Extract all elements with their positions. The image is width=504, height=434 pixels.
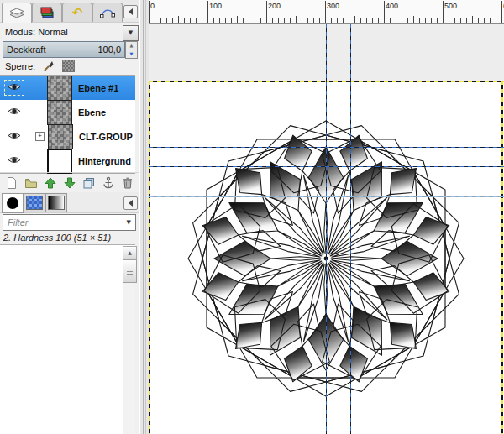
layer-thumbnail [47,76,72,101]
folder-icon [24,176,38,190]
mode-dropdown-button[interactable]: ▼ [123,25,139,41]
brushes-tab-bar [0,192,139,213]
lock-alpha-checker-icon[interactable] [62,60,75,72]
brush-filter-combo[interactable]: Filter ▼ [3,214,136,231]
mode-row: Modus: Normal [5,27,68,37]
layer-name: Hintergrund [78,156,131,166]
chevron-up-icon: ▲ [128,250,132,255]
gradient-swatch-icon [48,196,65,210]
paths-icon [99,6,116,19]
visibility-cell [0,149,29,173]
vertical-guide[interactable] [350,24,351,434]
brushes-menu-button[interactable] [123,196,138,210]
mode-label: Modus: [5,27,35,37]
eye-icon [8,82,21,92]
tab-layers[interactable] [2,3,32,23]
ruler-tick-label: 200 [268,2,281,10]
chevron-up-icon: ▲ [130,44,134,48]
opacity-slider[interactable]: Deckkraft 100,0 [3,41,125,58]
trash-icon [121,176,134,190]
brush-dot-icon [7,197,18,209]
delete-layer-button[interactable] [119,175,136,191]
chevron-down-icon: ▼ [127,220,131,226]
opacity-label: Deckkraft [7,44,45,55]
image-canvas[interactable] [149,24,504,434]
chevron-down-icon: ▼ [130,52,134,56]
eye-toggle[interactable] [5,154,24,168]
lock-label: Sperre: [5,61,35,71]
vertical-guide[interactable] [302,24,302,434]
eye-toggle[interactable] [5,105,24,119]
layer-row-ebene1[interactable]: Ebene #1 [0,76,135,100]
scroll-up-button[interactable]: ▲ [123,246,137,259]
brush-scrollbar[interactable]: ▲ [123,246,135,434]
visibility-cell [0,100,29,124]
horizontal-ruler: 0100200300400500600 [149,0,504,24]
group-expander[interactable]: + [35,132,45,141]
layer-thumbnail [47,100,72,125]
dock-menu-button[interactable] [123,5,138,18]
layer-thumbnail [47,149,72,174]
eye-toggle[interactable] [5,129,24,144]
spin-down-button[interactable]: ▼ [125,50,138,59]
eye-toggle[interactable] [5,81,24,95]
ruler-tick-label: 400 [386,2,398,10]
layer-name: CLT-GROUP [79,132,133,142]
duplicate-layer-button[interactable] [81,175,97,191]
pattern-swatch-icon [26,196,43,210]
layer-row-clt-group[interactable]: + CLT-GROUP [0,124,135,149]
chevron-down-icon: ▼ [129,30,133,36]
horizontal-guide[interactable] [149,147,504,148]
arrow-down-icon [63,176,76,190]
new-layer-button[interactable] [3,175,20,191]
anchor-layer-button[interactable] [100,175,117,191]
opacity-spinner: ▲ ▼ [125,41,137,58]
undo-arrow-icon: ↶ [72,7,83,19]
tab-gradients[interactable] [45,193,67,212]
duplicate-icon [82,176,96,190]
lock-pixels-brush-icon[interactable] [42,59,55,72]
scrollbar-thumb[interactable] [123,259,137,283]
visibility-cell [0,76,29,100]
ruler-tick-label: 0 [150,2,155,10]
dock-tab-bar: ↶ [0,0,139,23]
tab-patterns[interactable] [24,193,45,212]
eye-icon [8,155,21,165]
horizontal-guide[interactable] [149,166,504,167]
left-triangle-icon [129,200,133,207]
tab-paths[interactable] [92,3,123,22]
ruler-tick-label: 300 [327,2,339,10]
layer-row-ebene[interactable]: Ebene [0,100,135,124]
layer-row-hintergrund[interactable]: Hintergrund [0,149,135,173]
layers-dock: ↶ Modus: Normal ▼ Deckkraft 100,0 [0,0,139,434]
layers-icon [8,7,25,20]
tab-channels[interactable] [32,3,62,22]
horizontal-guide[interactable] [149,196,504,197]
filter-placeholder: Filter [8,217,28,227]
new-page-icon [5,176,18,190]
arrow-up-icon [44,176,57,190]
layer-name: Ebene [78,107,106,118]
gimp-window: ↶ Modus: Normal ▼ Deckkraft 100,0 [0,0,504,434]
eye-icon [8,107,21,116]
tab-brushes[interactable] [2,193,24,213]
layer-buttons-bar [0,172,139,193]
horizontal-guide[interactable] [149,259,504,259]
vertical-guide[interactable] [326,24,327,434]
new-group-button[interactable] [23,175,39,191]
raise-layer-button[interactable] [42,175,59,191]
tab-undo-history[interactable]: ↶ [62,3,92,22]
lower-layer-button[interactable] [61,175,78,191]
left-triangle-icon [129,8,133,15]
ruler-tick-label: 500 [444,2,457,10]
channels-icon [39,6,55,19]
opacity-value: 100,0 [97,44,121,55]
anchor-icon [102,176,115,190]
layer-list: Ebene #1 Ebene [0,75,135,174]
layer-thumbnail [48,124,73,149]
layer-name: Ebene #1 [78,83,118,93]
brush-grid[interactable]: ▲ [0,244,135,434]
selected-brush-name: 2. Hardness 100 (51 × 51) [3,233,111,243]
visibility-cell [0,124,29,149]
mode-value: Normal [38,27,67,37]
